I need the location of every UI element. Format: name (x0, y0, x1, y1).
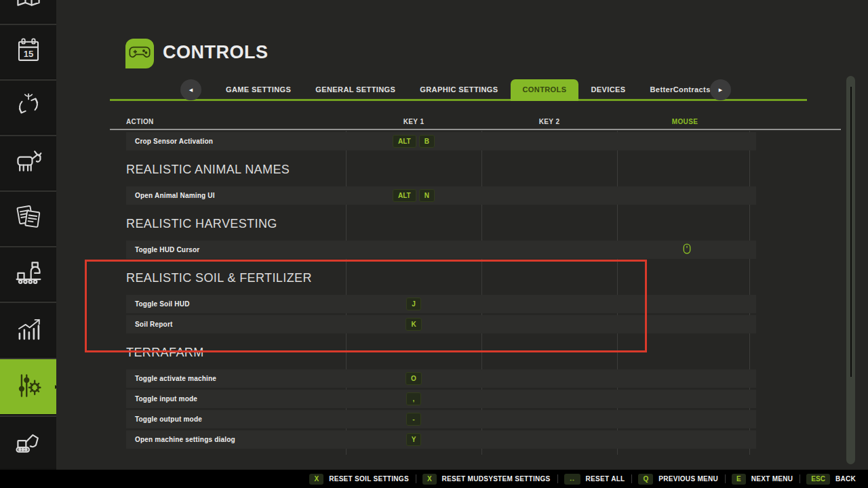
footer-keycap: ↔ (564, 474, 580, 485)
scrollbar-slot (850, 87, 852, 377)
keycap[interactable]: ALT (393, 189, 416, 202)
key1-cell[interactable]: , (346, 392, 481, 405)
footer-keycap: ESC (806, 474, 830, 485)
controls-settings-screen: 15 CONTROLS ◀ GAME SETTINGSGENERAL SETTI… (0, 0, 868, 488)
action-label: Toggle Soil HUD (126, 300, 346, 308)
calendar-icon: 15 (14, 36, 43, 67)
footer-label: RESET ALL (586, 475, 625, 483)
keycap[interactable]: Y (406, 433, 422, 446)
column-header-action: ACTION (126, 118, 154, 125)
keybinding-row[interactable]: Toggle Soil HUDJ (126, 295, 756, 313)
keybinding-row[interactable]: Toggle activate machineO (126, 369, 756, 388)
action-label: Crop Sensor Activation (126, 138, 346, 145)
keybinding-row[interactable]: Crop Sensor ActivationALTB (126, 132, 756, 150)
footer-divider (416, 474, 416, 483)
keybinding-row[interactable]: Toggle input mode, (126, 390, 756, 408)
footer-label: NEXT MENU (751, 475, 793, 483)
action-label: Soil Report (126, 321, 346, 328)
sidebar-item-contracts[interactable] (0, 190, 56, 245)
construction-icon (14, 426, 43, 459)
tab-graphic-settings[interactable]: GRAPHIC SETTINGS (408, 79, 510, 101)
footer-action-reset-soil-settings[interactable]: XRESET SOIL SETTINGS (309, 474, 415, 485)
sidebar-item-crop-rotation[interactable] (0, 79, 56, 134)
keybinding-list: Crop Sensor ActivationALTBREALISTIC ANIM… (126, 132, 756, 451)
arrow-right-icon: ▶ (719, 87, 722, 93)
key1-cell[interactable]: - (346, 413, 481, 426)
mouse-icon (683, 243, 691, 257)
section-title: REALISTIC HARVESTING (126, 216, 756, 231)
keycap[interactable]: K (406, 318, 421, 331)
header-divider (110, 129, 841, 130)
footer-keycap: X (422, 474, 437, 485)
keybinding-row[interactable]: Toggle output mode- (126, 410, 756, 428)
sidebar-item-settings[interactable] (0, 358, 56, 414)
keybinding-row[interactable]: Soil ReportK (126, 315, 756, 333)
keycap[interactable]: - (406, 413, 421, 426)
keycap[interactable]: B (419, 135, 435, 148)
key1-cell[interactable]: J (346, 298, 481, 310)
column-header-mouse: MOUSE (617, 118, 753, 125)
keycap[interactable]: , (406, 392, 421, 405)
key1-cell[interactable]: ALTB (346, 135, 481, 148)
footer-shortcut-bar: XRESET SOIL SETTINGSXRESET MUDSYSTEM SET… (0, 470, 868, 488)
sidebar-item-calendar[interactable]: 15 (0, 24, 56, 78)
key1-cell[interactable]: K (346, 318, 481, 331)
controls-menu-icon (125, 39, 154, 68)
keycap[interactable]: J (406, 298, 421, 310)
key1-cell[interactable]: ALTN (346, 189, 481, 202)
action-label: Open Animal Naming UI (126, 192, 346, 199)
footer-keycap: Q (638, 474, 653, 485)
active-tab-bump (51, 378, 56, 396)
section-title: REALISTIC ANIMAL NAMES (126, 162, 756, 177)
footer-divider (631, 474, 632, 483)
gamepad-icon (129, 45, 151, 62)
action-label: Toggle input mode (126, 395, 346, 403)
tabs-prev-button[interactable]: ◀ (180, 79, 201, 100)
tab-controls[interactable]: CONTROLS (511, 79, 579, 101)
key1-cell[interactable]: O (346, 372, 481, 385)
keybinding-row[interactable]: Open Animal Naming UIALTN (126, 186, 756, 205)
footer-label: PREVIOUS MENU (658, 475, 718, 483)
sidebar-item-construction[interactable] (0, 415, 56, 468)
statistics-icon (14, 314, 43, 346)
keycap[interactable]: N (419, 189, 435, 202)
footer-action-reset-all[interactable]: ↔RESET ALL (564, 474, 632, 485)
section-title: REALISTIC SOIL & FERTILIZER (126, 270, 756, 285)
sidebar: 15 (0, 0, 56, 488)
keybinding-row[interactable]: Open machine settings dialogY (126, 430, 756, 449)
footer-keycap: E (732, 474, 746, 485)
footer-action-next-menu[interactable]: ENEXT MENU (732, 474, 800, 485)
svg-text:15: 15 (23, 49, 33, 59)
mouse-cell[interactable] (617, 243, 756, 257)
action-label: Open machine settings dialog (126, 436, 346, 443)
tabs-next-button[interactable]: ▶ (710, 79, 731, 100)
sidebar-item-production[interactable] (0, 246, 56, 300)
map-icon (14, 0, 43, 12)
settings-icon (14, 371, 43, 403)
keycap[interactable]: O (406, 372, 422, 385)
sidebar-item-statistics[interactable] (0, 302, 56, 357)
scrollbar[interactable] (846, 76, 855, 464)
sidebar-item-map[interactable] (0, 0, 56, 22)
sidebar-item-animals[interactable] (0, 135, 56, 189)
section-title: TERRAFARM (126, 345, 756, 360)
production-icon (14, 258, 43, 290)
key1-cell[interactable]: Y (346, 433, 481, 446)
action-label: Toggle activate machine (126, 375, 346, 382)
page-title: CONTROLS (163, 42, 269, 63)
tab-general-settings[interactable]: GENERAL SETTINGS (303, 79, 408, 101)
tab-devices[interactable]: DEVICES (578, 79, 637, 101)
settings-tabs: GAME SETTINGSGENERAL SETTINGSGRAPHIC SET… (214, 79, 723, 101)
footer-action-back[interactable]: ESCBACK (806, 474, 863, 485)
tab-game-settings[interactable]: GAME SETTINGS (214, 79, 303, 101)
action-label: Toggle HUD Cursor (126, 246, 346, 253)
keycap[interactable]: ALT (393, 135, 416, 148)
keybinding-row[interactable]: Toggle HUD Cursor (126, 241, 756, 259)
footer-action-reset-mudsystem-settings[interactable]: XRESET MUDSYSTEM SETTINGS (422, 474, 557, 485)
footer-label: RESET MUDSYSTEM SETTINGS (442, 475, 551, 483)
action-label: Toggle output mode (126, 415, 346, 423)
contracts-icon (14, 203, 43, 234)
arrow-left-icon: ◀ (189, 87, 193, 93)
footer-divider (800, 474, 800, 483)
footer-action-previous-menu[interactable]: QPREVIOUS MENU (638, 474, 725, 485)
